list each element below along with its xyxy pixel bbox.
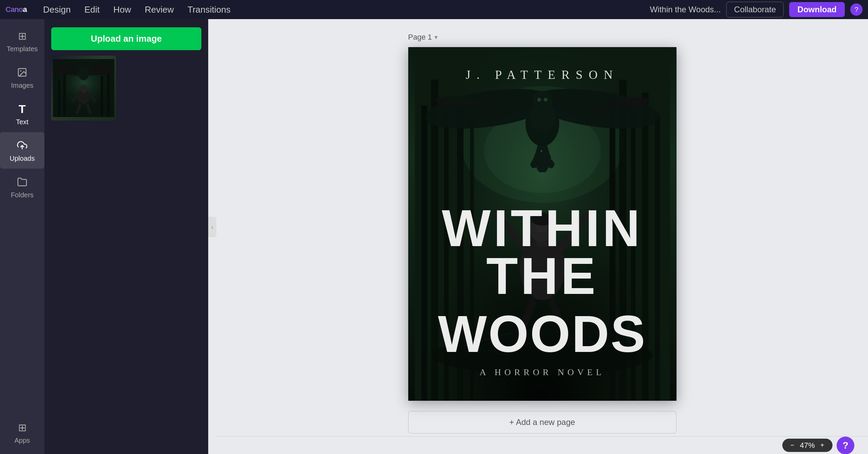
zoom-indicator: − 47% + (782, 439, 833, 452)
zoom-out-button[interactable]: − (788, 441, 797, 450)
svg-point-12 (78, 67, 89, 80)
apps-icon: ⊞ (15, 420, 29, 435)
zoom-level: 47% (800, 441, 815, 450)
svg-point-50 (541, 150, 542, 152)
book-cover[interactable]: J. PATTERSON WITHIN THE WOODS A HORROR N… (408, 47, 677, 401)
sidebar-bottom: ⊞ Apps (0, 414, 44, 454)
images-icon (15, 65, 29, 80)
page-label[interactable]: Page 1 ▾ (408, 33, 438, 42)
help-fab-button[interactable]: ? (837, 437, 854, 454)
sidebar-item-label: Folders (11, 191, 34, 199)
preview-svg (53, 59, 114, 117)
collaborate-button[interactable]: Collaborate (726, 2, 784, 17)
nav-transitions[interactable]: Transitions (181, 2, 237, 17)
cover-title-the: THE (408, 250, 677, 302)
nav-how[interactable]: How (107, 2, 137, 17)
svg-point-38 (532, 91, 553, 110)
sidebar-item-label: Uploads (10, 155, 34, 162)
uploads-panel: Upload an image (44, 19, 208, 454)
panel-collapse-handle[interactable]: ‹ (208, 217, 216, 237)
svg-point-40 (543, 98, 547, 101)
preview-image (51, 56, 116, 120)
sidebar-item-label: Images (11, 82, 33, 89)
sidebar-item-apps[interactable]: ⊞ Apps (0, 414, 44, 451)
nav-edit[interactable]: Edit (78, 2, 106, 17)
svg-point-39 (537, 98, 541, 101)
sidebar-item-text[interactable]: T Text (0, 96, 44, 132)
nav-review[interactable]: Review (139, 2, 180, 17)
topbar-nav: Design Edit How Review Transitions (37, 2, 237, 17)
svg-point-1 (20, 70, 22, 72)
svg-point-11 (89, 65, 113, 75)
nav-design[interactable]: Design (37, 2, 77, 17)
sidebar-item-folders[interactable]: Folders (0, 169, 44, 205)
text-icon: T (15, 102, 29, 116)
svg-point-51 (551, 158, 552, 159)
topbar-right: Within the Woods... Collaborate Download… (650, 2, 863, 17)
sidebar-item-label: Apps (14, 437, 30, 444)
uploads-icon (15, 138, 29, 153)
help-button[interactable]: ? (850, 3, 863, 16)
svg-rect-8 (107, 71, 110, 117)
canvas-area: Page 1 ▾ (216, 19, 868, 454)
cover-title-woods: WOODS (408, 308, 677, 360)
upload-image-button[interactable]: Upload an image (51, 27, 201, 50)
sidebar-item-uploads[interactable]: Uploads (0, 132, 44, 169)
cover-subtitle: A HORROR NOVEL (408, 367, 677, 378)
svg-rect-7 (101, 76, 103, 117)
bottom-bar: − 47% + ? (216, 436, 868, 454)
svg-point-14 (80, 85, 87, 93)
document-title: Within the Woods... (650, 5, 721, 14)
add-page-button[interactable]: + Add a new page (408, 411, 677, 434)
upload-preview-item[interactable] (51, 56, 116, 120)
svg-rect-5 (58, 80, 60, 117)
svg-point-10 (55, 65, 79, 75)
sidebar: ⊞ Templates Images T Text Uploads Folder… (0, 19, 44, 454)
svg-point-52 (531, 147, 532, 148)
folders-icon (15, 175, 29, 189)
collapse-icon: ‹ (211, 224, 213, 231)
sidebar-item-label: Text (16, 118, 29, 126)
app-logo[interactable]: Canoa (5, 5, 27, 14)
sidebar-item-images[interactable]: Images (0, 59, 44, 96)
topbar: Canoa Design Edit How Review Transitions… (0, 0, 868, 19)
sidebar-item-templates[interactable]: ⊞ Templates (0, 23, 44, 59)
download-button[interactable]: Download (789, 2, 845, 17)
cover-title-within: WITHIN (408, 202, 677, 254)
cover-author: J. PATTERSON (408, 68, 677, 82)
svg-rect-6 (63, 73, 66, 117)
zoom-in-button[interactable]: + (818, 441, 826, 450)
page-label-chevron: ▾ (435, 33, 438, 41)
sidebar-item-label: Templates (6, 45, 38, 53)
templates-icon: ⊞ (15, 29, 29, 43)
